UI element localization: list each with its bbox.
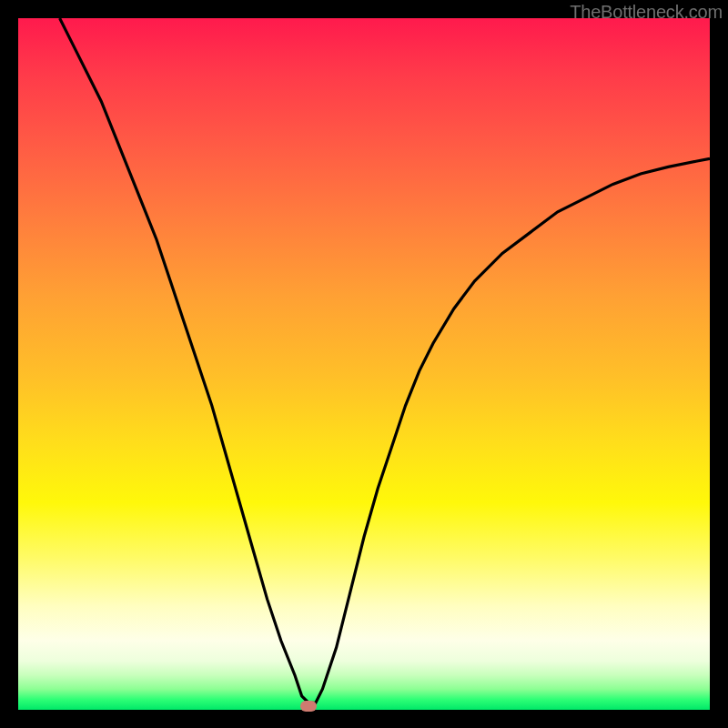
chart-frame: TheBottleneck.com <box>0 0 728 728</box>
curve-path <box>60 18 710 703</box>
bottleneck-curve <box>18 18 710 710</box>
optimal-point-marker <box>300 701 317 712</box>
plot-area <box>18 18 710 710</box>
